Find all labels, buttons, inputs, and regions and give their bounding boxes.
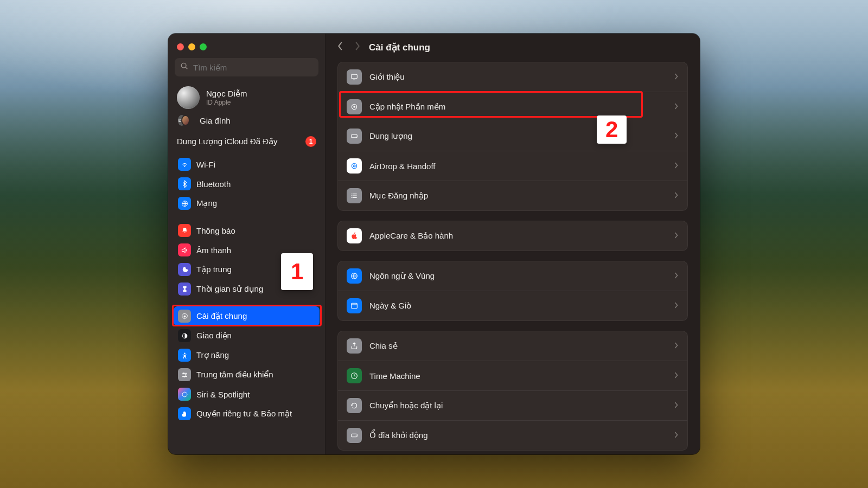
row-date-time[interactable]: Ngày & Giờ [338,291,687,320]
row-language-region[interactable]: Ngôn ngữ & Vùng [338,261,687,291]
svg-rect-10 [352,74,358,78]
sidebar-item-privacy[interactable]: Quyền riêng tư & Bảo mật [174,404,320,423]
chevron-right-icon [674,431,679,440]
svg-rect-22 [352,303,358,308]
siri-icon [178,388,191,401]
family-icon: DC [177,114,193,126]
svg-point-5 [184,352,186,354]
sidebar-item-siri[interactable]: Siri & Spotlight [174,384,320,404]
svg-point-6 [183,373,184,374]
account-sub: ID Apple [206,99,247,106]
wifi-icon [178,158,191,171]
share-icon [347,338,362,354]
row-sharing[interactable]: Chia sẻ [338,331,687,361]
panel-4: Chia sẻ Time Machine Chuyển hoặc đặt lại… [337,331,688,451]
family-row[interactable]: DC Gia đình [174,114,320,133]
main-pane: Cài đặt chung Giới thiệu Cập nhật Phần m… [326,34,700,454]
gear-icon [178,310,191,323]
svg-point-18 [351,194,352,194]
chevron-right-icon [674,371,679,381]
panel-1: Giới thiệu Cập nhật Phần mềm Dung lượng … [337,62,688,211]
speaker-icon [178,243,191,256]
svg-point-14 [356,136,356,136]
forward-button [354,41,361,53]
list-icon [347,188,362,203]
disk-icon [347,129,362,144]
family-label: Gia đình [200,116,231,125]
panel-3: Ngôn ngữ & Vùng Ngày & Giờ [337,261,688,321]
sidebar-item-screentime[interactable]: Thời gian sử dụng [174,279,320,299]
window-controls [174,41,320,58]
moon-icon [178,263,191,276]
row-transfer-reset[interactable]: Chuyển hoặc đặt lại [338,390,687,420]
row-login-items[interactable]: Mục Đăng nhập [338,181,687,210]
sidebar-item-notifications[interactable]: Thông báo [174,221,320,240]
icloud-storage-row[interactable]: Dung Lượng iCloud Đã Đầy 1 [174,133,320,155]
back-button[interactable] [336,41,344,53]
row-storage[interactable]: Dung lượng [338,121,687,151]
fullscreen-window-button[interactable] [200,43,207,50]
chevron-right-icon [674,132,679,141]
svg-point-8 [183,376,185,377]
sidebar-item-general[interactable]: Cài đặt chung [174,306,320,326]
sidebar: Ngọc Diễm ID Apple DC Gia đình Dung Lượn… [168,34,326,454]
calendar-clock-icon [347,298,362,313]
row-software-update[interactable]: Cập nhật Phần mềm [338,92,687,121]
sidebar-item-bluetooth[interactable]: Bluetooth [174,174,320,194]
sliders-icon [178,368,191,381]
storage-text: Dung Lượng iCloud Đã Đầy [177,137,278,146]
svg-point-9 [182,392,187,397]
svg-point-0 [181,63,186,68]
hand-icon [178,407,191,420]
avatar [177,86,200,109]
sidebar-item-appearance[interactable]: Giao diện [174,326,320,345]
chevron-right-icon [674,73,679,82]
chevron-right-icon [674,232,679,241]
chevron-right-icon [674,401,679,410]
search-icon [180,62,189,73]
panel-2: AppleCare & Bảo hành [337,221,688,251]
sidebar-item-controlcenter[interactable]: Trung tâm điều khiển [174,365,320,384]
search-input[interactable] [193,63,313,72]
chevron-right-icon [674,102,679,112]
sidebar-item-sound[interactable]: Âm thanh [174,240,320,260]
apple-id-row[interactable]: Ngọc Diễm ID Apple [174,84,320,114]
chevron-right-icon [674,191,679,201]
row-applecare[interactable]: AppleCare & Bảo hành [338,221,687,251]
globe-icon [178,197,191,210]
svg-point-20 [351,197,352,198]
chevron-right-icon [674,301,679,311]
bluetooth-icon [178,177,191,190]
content: Giới thiệu Cập nhật Phần mềm Dung lượng … [326,60,700,454]
sidebar-item-accessibility[interactable]: Trợ năng [174,345,320,365]
row-about[interactable]: Giới thiệu [338,62,687,92]
accessibility-icon [178,349,191,362]
svg-line-1 [186,67,187,69]
titlebar: Cài đặt chung [326,34,700,60]
settings-window: Ngọc Diễm ID Apple DC Gia đình Dung Lượn… [168,34,700,454]
svg-point-12 [353,106,355,107]
svg-point-3 [183,315,186,317]
minimize-window-button[interactable] [188,43,195,50]
gear-badge-icon [347,99,362,114]
drive-icon [347,428,362,443]
sidebar-nav: Wi-Fi Bluetooth Mạng Thông báo Âm thanh … [174,155,320,430]
search-field[interactable] [175,58,318,76]
reset-icon [347,398,362,413]
globe-icon [347,268,362,284]
appearance-icon [178,329,191,342]
row-airdrop[interactable]: AirDrop & Handoff [338,151,687,181]
account-name: Ngọc Diễm [206,89,247,99]
page-title: Cài đặt chung [369,42,430,53]
airdrop-icon [347,158,362,174]
svg-point-25 [356,435,356,435]
row-time-machine[interactable]: Time Machine [338,361,687,390]
sidebar-item-network[interactable]: Mạng [174,194,320,213]
chevron-right-icon [674,342,679,351]
bell-icon [178,224,191,237]
close-window-button[interactable] [177,43,184,50]
svg-point-7 [185,374,187,376]
sidebar-item-focus[interactable]: Tập trung [174,260,320,279]
row-startup-disk[interactable]: Ổ đĩa khởi động [338,420,687,450]
sidebar-item-wifi[interactable]: Wi-Fi [174,155,320,174]
